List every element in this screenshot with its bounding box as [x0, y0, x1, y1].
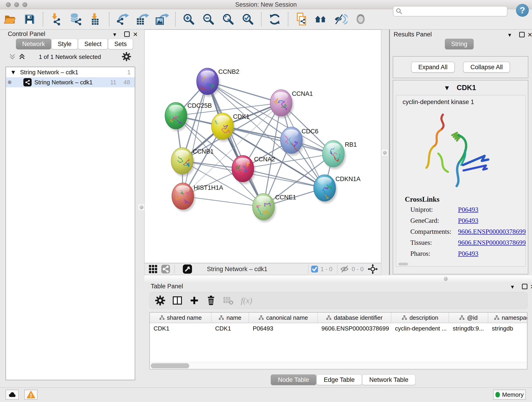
tab-network-table[interactable]: Network Table [362, 375, 416, 385]
refresh-button[interactable] [268, 12, 282, 27]
node-CCNE1[interactable] [253, 193, 274, 220]
control-panel-menu-icon[interactable]: ▾ [113, 31, 116, 38]
edge-CCNB2-HIST1H1A[interactable] [183, 81, 208, 196]
table-cell[interactable]: cyclin-dependent ... [391, 324, 449, 333]
node-CCNB2[interactable] [196, 68, 219, 95]
copy-network-button[interactable] [294, 12, 309, 27]
results-panel-float-icon[interactable] [519, 32, 525, 37]
column-header-name[interactable]: name [211, 313, 249, 323]
network-row[interactable]: String Network – cdk1 11 48 [6, 77, 135, 87]
table-hscrollbar[interactable] [150, 362, 527, 369]
annotation-mode-button[interactable] [183, 264, 192, 274]
column-header-description[interactable]: description [391, 313, 449, 323]
table-cell[interactable]: stringdb:9... [449, 324, 488, 333]
table-options-gear-icon[interactable] [155, 294, 165, 307]
crosslink-link[interactable]: P06493 [458, 217, 478, 224]
string-protein-query-button[interactable] [314, 12, 328, 27]
collection-row[interactable]: ▼ String Network – cdk1 1 [6, 67, 135, 77]
left-splitter-handle[interactable] [138, 204, 145, 211]
tab-string[interactable]: String [445, 39, 474, 49]
network-canvas[interactable]: CCNB2CCNA1CDC25BCDK1CDC6RB1CCNB1CCNA2CDK… [144, 30, 381, 263]
zoom-selected-button[interactable] [241, 12, 255, 27]
warnings-button[interactable] [24, 390, 38, 400]
table-cell[interactable]: P06493 [249, 324, 318, 333]
save-session-button[interactable] [22, 12, 37, 27]
table-row[interactable]: CDK1CDK1P064939606.ENSP00000378699cyclin… [150, 324, 527, 333]
hidden-eye-slash-icon[interactable] [340, 265, 349, 273]
tab-select[interactable]: Select [78, 39, 108, 49]
crosslink-link[interactable]: P06493 [458, 206, 478, 213]
help-button[interactable]: ? [516, 4, 529, 17]
column-header-shared-name[interactable]: shared name [150, 313, 211, 323]
node-CCNB1[interactable] [171, 148, 193, 174]
tab-sets[interactable]: Sets [108, 39, 133, 49]
selected-checkbox-icon[interactable] [311, 265, 318, 273]
table-cell[interactable]: CDK1 [150, 324, 211, 333]
expand-all-networks-icon[interactable] [18, 53, 26, 61]
delete-column-button[interactable] [206, 294, 216, 307]
tab-network[interactable]: Network [16, 39, 51, 49]
cloud-button[interactable] [6, 390, 19, 400]
crosslink-link[interactable]: 9606.ENSP00000378699 [458, 228, 526, 235]
collection-expander-icon[interactable]: ▼ [12, 70, 15, 75]
column-header-canonical-name[interactable]: canonical name [249, 313, 318, 323]
crosslink-link[interactable]: P06493 [458, 250, 478, 257]
search-input[interactable] [405, 7, 507, 16]
collapse-all-networks-icon[interactable] [9, 53, 16, 61]
zoom-in-button[interactable] [182, 12, 196, 27]
results-panel-close-icon[interactable]: ✕ [527, 32, 532, 38]
import-database-button[interactable] [69, 12, 83, 27]
fit-selected-crosshair-button[interactable] [368, 264, 378, 274]
crosslink-link[interactable]: 9606.ENSP00000378699 [458, 239, 526, 246]
node-CCNA1[interactable] [270, 89, 292, 116]
tab-style[interactable]: Style [51, 39, 78, 49]
import-network-button[interactable] [49, 12, 63, 27]
gene-expander-icon[interactable]: ▼ [445, 85, 449, 91]
node-CCNA2[interactable] [232, 155, 254, 182]
expand-all-button[interactable]: Expand All [411, 62, 455, 73]
export-image-button[interactable] [155, 12, 169, 27]
add-column-button[interactable] [190, 294, 199, 307]
import-table-button[interactable] [89, 12, 103, 27]
table-cell[interactable]: CDK1 [211, 324, 249, 333]
results-panel-menu-icon[interactable]: ▾ [508, 32, 511, 38]
table-cell[interactable]: stringdb [488, 324, 527, 333]
edge-HIST1H1A-CCNE1[interactable] [183, 196, 264, 207]
tab-edge-table[interactable]: Edge Table [317, 375, 362, 385]
node-HIST1H1A[interactable] [172, 183, 194, 210]
edge-CCNB2-CCNA1[interactable] [208, 81, 281, 103]
column-header-id[interactable]: @id [449, 313, 488, 323]
node-RB1[interactable] [322, 140, 344, 167]
table-panel-close-icon[interactable]: ✕ [530, 283, 532, 290]
view-share-button[interactable] [161, 264, 170, 274]
network-options-gear-icon[interactable] [122, 52, 131, 61]
right-splitter-handle[interactable] [381, 149, 388, 156]
table-panel-menu-icon[interactable]: ▾ [511, 283, 514, 290]
export-network-button[interactable] [115, 12, 130, 27]
export-table-button[interactable] [135, 12, 149, 27]
column-header-namespace[interactable]: namespace [488, 313, 527, 323]
crosslinks-scrollbar-thumb[interactable] [399, 263, 408, 265]
control-panel-close-icon[interactable]: ✕ [133, 31, 138, 38]
show-graphics-button[interactable] [354, 12, 368, 27]
node-CDK1[interactable] [211, 113, 234, 140]
zoom-fit-button[interactable] [221, 12, 235, 27]
column-header-database-identifier[interactable]: database identifier [318, 313, 391, 323]
node-CDKN1A[interactable] [314, 175, 336, 201]
table-cell[interactable]: 9606.ENSP00000378699 [318, 324, 391, 333]
show-columns-button[interactable] [172, 294, 183, 307]
zoom-out-button[interactable] [201, 12, 215, 27]
horizontal-splitter[interactable] [144, 275, 532, 282]
node-CDC6[interactable] [280, 127, 302, 153]
collapse-all-button[interactable]: Collapse All [463, 62, 510, 73]
edge-CCNA2-CDKN1A[interactable] [243, 169, 325, 188]
hide-enhanced-graphics-button[interactable] [334, 12, 348, 27]
open-session-button[interactable] [3, 12, 17, 27]
view-grid-button[interactable] [149, 264, 157, 274]
node-CDC25B[interactable] [165, 102, 187, 129]
memory-button[interactable]: Memory [493, 390, 526, 400]
tab-node-table[interactable]: Node Table [271, 375, 316, 385]
table-hscrollbar-thumb[interactable] [151, 363, 189, 368]
table-panel-float-icon[interactable] [522, 284, 527, 289]
control-panel-float-icon[interactable] [124, 32, 130, 37]
